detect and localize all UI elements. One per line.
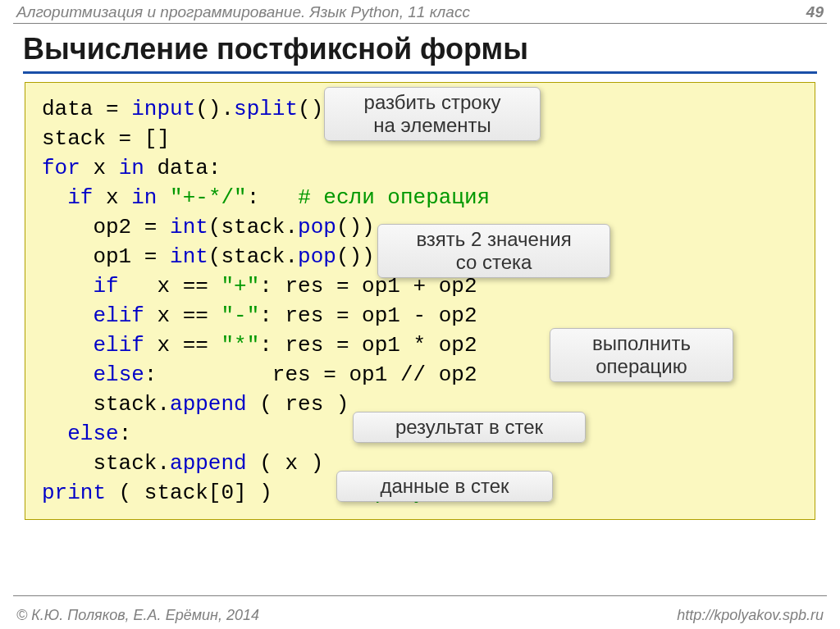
callout-push-result: результат в стек <box>353 412 586 443</box>
course-title: Алгоритмизация и программирование. Язык … <box>16 3 470 21</box>
code-line-12: else: <box>42 422 131 446</box>
code-line-1: data = input().split() <box>42 97 323 121</box>
header-rule <box>13 23 827 24</box>
footer-rule <box>13 595 827 596</box>
code-block: data = input().split() stack = [] for x … <box>25 82 815 520</box>
footer: © К.Ю. Поляков, Е.А. Ерёмин, 2014 http:/… <box>0 604 840 624</box>
slide-title: Вычисление постфиксной формы <box>23 32 840 66</box>
callout-push-data: данные в стек <box>336 471 553 502</box>
code-line-11: stack.append ( res ) <box>42 392 349 417</box>
title-rule <box>23 71 817 74</box>
code-line-5: op2 = int(stack.pop()) <box>42 215 375 239</box>
code-line-10: else: res = op1 // op2 <box>42 362 477 387</box>
footer-url: http://kpolyakov.spb.ru <box>677 607 824 624</box>
code-line-3: for x in data: <box>42 156 221 180</box>
code-line-8: elif x == "-": res = op1 - op2 <box>42 303 477 328</box>
code-area: data = input().split() stack = [] for x … <box>25 82 815 520</box>
code-line-13: stack.append ( x ) <box>42 451 323 476</box>
header: Алгоритмизация и программирование. Язык … <box>0 0 840 21</box>
page-number: 49 <box>806 3 824 21</box>
code-line-2: stack = [] <box>42 126 170 151</box>
callout-operate: выполнитьоперацию <box>550 328 733 382</box>
code-line-4: if x in "+-*/": # если операция <box>42 185 490 210</box>
callout-pop: взять 2 значениясо стека <box>377 224 610 278</box>
code-line-9: elif x == "*": res = op1 * op2 <box>42 333 477 358</box>
callout-split: разбить строкуна элементы <box>324 87 541 141</box>
copyright: © К.Ю. Поляков, Е.А. Ерёмин, 2014 <box>16 607 259 624</box>
code-line-6: op1 = int(stack.pop()) <box>42 244 375 269</box>
